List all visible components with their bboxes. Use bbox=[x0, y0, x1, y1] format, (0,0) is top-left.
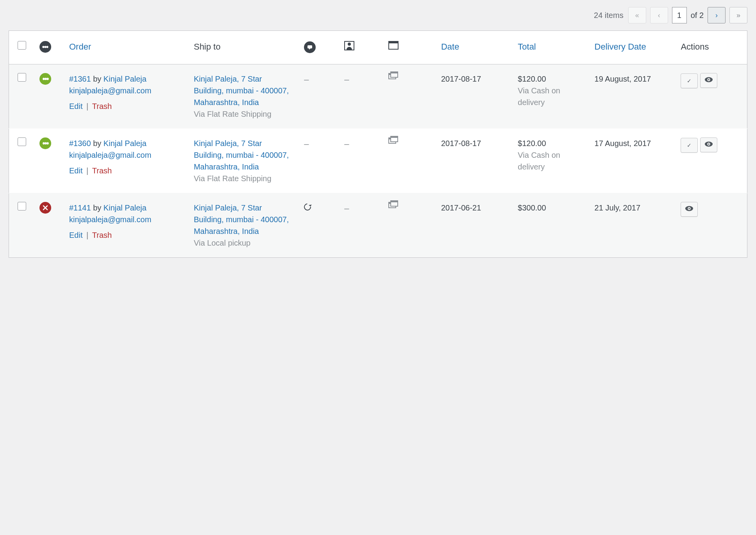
order-date: 2017-08-17 bbox=[441, 139, 481, 148]
customer-email-link[interactable]: kinjalpaleja@gmail.com bbox=[69, 215, 151, 224]
table-header-row: ••• Order Ship to Date Total bbox=[9, 31, 747, 64]
ship-via-label: Via Flat Rate Shipping bbox=[194, 174, 272, 183]
order-link[interactable]: #1361 bbox=[69, 75, 91, 83]
by-label: by bbox=[93, 139, 101, 148]
row-checkbox[interactable] bbox=[18, 73, 26, 82]
complete-button[interactable]: ✓ bbox=[681, 73, 698, 88]
separator: | bbox=[84, 166, 90, 175]
header-notes bbox=[298, 31, 339, 64]
ship-address-link[interactable]: Kinjal Paleja, 7 Star Building, mumbai -… bbox=[194, 203, 289, 235]
customer-header-icon bbox=[344, 41, 354, 50]
trash-link[interactable]: Trash bbox=[92, 231, 112, 239]
customer-name-link[interactable]: Kinjal Paleja bbox=[104, 203, 147, 212]
svg-point-6 bbox=[708, 143, 710, 145]
header-billing bbox=[383, 31, 436, 64]
select-all-checkbox[interactable] bbox=[18, 41, 26, 50]
view-button[interactable] bbox=[681, 202, 698, 217]
header-date[interactable]: Date bbox=[436, 31, 512, 64]
header-customer bbox=[339, 31, 383, 64]
view-button[interactable] bbox=[700, 73, 717, 88]
header-total[interactable]: Total bbox=[512, 31, 589, 64]
billing-header-icon bbox=[388, 41, 399, 50]
delivery-date: 17 August, 2017 bbox=[595, 139, 651, 148]
payment-via-label: Via Cash on delivery bbox=[518, 151, 560, 171]
by-label: by bbox=[93, 75, 101, 83]
orders-table: ••• Order Ship to Date Total bbox=[9, 30, 747, 258]
window-icon bbox=[388, 73, 399, 82]
svg-point-9 bbox=[689, 208, 690, 209]
customer-email-link[interactable]: kinjalpaleja@gmail.com bbox=[69, 86, 151, 95]
table-row: •••#1360 by Kinjal Palejakinjalpaleja@gm… bbox=[9, 128, 747, 193]
status-cancelled-icon bbox=[39, 202, 51, 214]
ship-via-label: Via Flat Rate Shipping bbox=[194, 110, 272, 118]
status-header-icon: ••• bbox=[39, 41, 51, 53]
ship-address-link[interactable]: Kinjal Paleja, 7 Star Building, mumbai -… bbox=[194, 139, 289, 171]
page-last-button[interactable]: » bbox=[729, 7, 747, 23]
ship-via-label: Via Local pickup bbox=[194, 239, 250, 247]
window-icon bbox=[388, 202, 399, 210]
table-row: #1141 by Kinjal Palejakinjalpaleja@gmail… bbox=[9, 193, 747, 257]
check-icon: ✓ bbox=[687, 142, 692, 148]
customer-dash: – bbox=[344, 203, 349, 213]
order-total: $300.00 bbox=[518, 203, 546, 212]
customer-dash: – bbox=[344, 139, 349, 149]
order-total: $120.00 bbox=[518, 139, 546, 148]
customer-email-link[interactable]: kinjalpaleja@gmail.com bbox=[69, 151, 151, 159]
edit-link[interactable]: Edit bbox=[69, 166, 82, 175]
ship-address-link[interactable]: Kinjal Paleja, 7 Star Building, mumbai -… bbox=[194, 75, 289, 107]
order-date: 2017-06-21 bbox=[441, 203, 481, 212]
header-actions: Actions bbox=[675, 31, 747, 64]
page-total-label: of 2 bbox=[691, 11, 704, 20]
eye-icon bbox=[704, 141, 713, 149]
page-next-button[interactable]: › bbox=[708, 7, 726, 23]
table-row: •••#1361 by Kinjal Palejakinjalpaleja@gm… bbox=[9, 64, 747, 128]
order-link[interactable]: #1360 bbox=[69, 139, 91, 148]
header-status: ••• bbox=[34, 31, 64, 64]
order-link[interactable]: #1141 bbox=[69, 203, 91, 212]
check-icon: ✓ bbox=[687, 78, 692, 84]
view-button[interactable] bbox=[700, 137, 717, 152]
pagination-count: 24 items bbox=[594, 11, 624, 20]
edit-link[interactable]: Edit bbox=[69, 231, 82, 239]
separator: | bbox=[84, 102, 90, 111]
header-delivery[interactable]: Delivery Date bbox=[589, 31, 676, 64]
trash-link[interactable]: Trash bbox=[92, 166, 112, 175]
status-processing-icon: ••• bbox=[39, 137, 51, 149]
by-label: by bbox=[93, 203, 101, 212]
customer-name-link[interactable]: Kinjal Paleja bbox=[104, 75, 147, 83]
eye-icon bbox=[685, 205, 693, 213]
separator: | bbox=[84, 231, 90, 239]
order-date: 2017-08-17 bbox=[441, 75, 481, 83]
status-processing-icon: ••• bbox=[39, 73, 51, 85]
customer-name-link[interactable]: Kinjal Paleja bbox=[104, 139, 147, 148]
notes-header-icon bbox=[304, 41, 316, 53]
complete-button[interactable]: ✓ bbox=[681, 138, 698, 153]
page-first-button[interactable]: « bbox=[628, 7, 646, 23]
customer-dash: – bbox=[344, 75, 349, 84]
notes-dash: – bbox=[304, 75, 309, 84]
pagination-controls: « ‹ 1 of 2 › » bbox=[628, 7, 747, 23]
svg-point-3 bbox=[708, 79, 710, 80]
edit-link[interactable]: Edit bbox=[69, 102, 82, 111]
retry-note-icon bbox=[302, 202, 312, 212]
row-checkbox[interactable] bbox=[18, 202, 26, 210]
header-select-all bbox=[9, 31, 34, 64]
header-order[interactable]: Order bbox=[64, 31, 188, 64]
eye-icon bbox=[704, 77, 713, 84]
window-icon bbox=[388, 137, 399, 146]
trash-link[interactable]: Trash bbox=[92, 102, 112, 111]
header-shipto: Ship to bbox=[188, 31, 298, 64]
delivery-date: 21 July, 2017 bbox=[595, 203, 641, 212]
payment-via-label: Via Cash on delivery bbox=[518, 86, 560, 107]
delivery-date: 19 August, 2017 bbox=[595, 75, 651, 83]
pagination-top: 24 items « ‹ 1 of 2 › » bbox=[9, 0, 747, 30]
notes-dash: – bbox=[304, 139, 309, 149]
page-prev-button[interactable]: ‹ bbox=[650, 7, 668, 23]
row-checkbox[interactable] bbox=[18, 137, 26, 146]
order-total: $120.00 bbox=[518, 75, 546, 83]
svg-rect-0 bbox=[307, 45, 312, 48]
page-current-input[interactable]: 1 bbox=[672, 7, 687, 23]
